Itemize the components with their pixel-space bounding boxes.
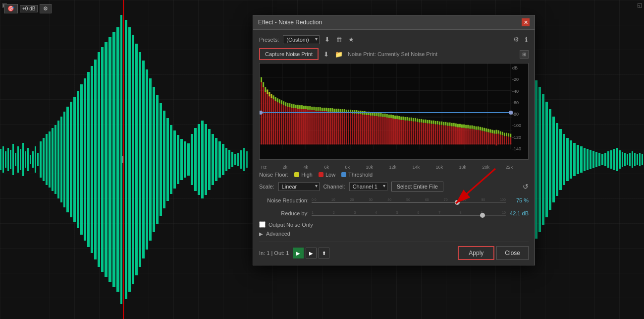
capture-save-button[interactable]: ⬇ — [322, 50, 330, 59]
svg-rect-222 — [425, 123, 426, 145]
svg-rect-293 — [318, 107, 319, 111]
svg-rect-147 — [273, 99, 274, 144]
noise-reduction-thumb[interactable] — [455, 200, 460, 205]
svg-rect-43 — [132, 35, 134, 284]
svg-rect-325 — [382, 114, 383, 117]
channel-label: Channel: — [323, 184, 345, 190]
svg-rect-120 — [637, 154, 638, 165]
svg-rect-225 — [431, 124, 432, 145]
svg-rect-210 — [400, 120, 402, 144]
svg-rect-166 — [311, 110, 313, 144]
svg-rect-252 — [485, 132, 487, 145]
svg-rect-329 — [390, 115, 392, 118]
action-buttons: Apply Close — [458, 246, 529, 260]
svg-rect-276 — [283, 101, 284, 105]
advanced-row[interactable]: ▶ Advanced — [259, 231, 529, 237]
svg-rect-145 — [268, 95, 270, 144]
noise-print-label: Noise Print: Currently Set Noise Print — [348, 51, 437, 57]
svg-rect-357 — [447, 123, 448, 126]
svg-rect-350 — [433, 121, 434, 124]
apply-button[interactable]: Apply — [458, 246, 494, 260]
svg-rect-246 — [474, 129, 475, 145]
svg-rect-36 — [105, 42, 107, 277]
svg-rect-167 — [313, 110, 315, 144]
channel-select[interactable]: Channel 1 Channel 2 — [349, 182, 387, 191]
svg-rect-37 — [108, 37, 111, 282]
settings-button[interactable]: ⚙ — [40, 4, 52, 13]
noise-reduction-dialog: Effect - Noise Reduction ✕ Presets: (Cus… — [253, 15, 535, 265]
text-cursor: I — [121, 154, 124, 165]
svg-rect-373 — [480, 127, 481, 130]
svg-rect-180 — [340, 113, 341, 144]
svg-rect-122 — [642, 154, 643, 165]
reset-button[interactable]: ↺ — [523, 183, 529, 191]
svg-rect-379 — [491, 130, 493, 133]
power-button[interactable]: ▶ — [293, 248, 304, 258]
reduce-by-value: 42.1 dB — [509, 210, 529, 216]
svg-rect-97 — [570, 140, 572, 179]
svg-rect-366 — [465, 125, 467, 128]
svg-rect-268 — [267, 89, 268, 94]
legend-row: Noise Floor: High Low Threshold — [259, 172, 529, 178]
svg-rect-24 — [63, 112, 65, 207]
expand-button[interactable]: ⊞ — [520, 50, 529, 59]
svg-rect-92 — [552, 117, 555, 202]
svg-rect-227 — [435, 125, 436, 145]
svg-rect-327 — [386, 114, 388, 118]
svg-rect-306 — [344, 109, 345, 113]
favorite-preset-button[interactable]: ★ — [347, 35, 355, 44]
noise-floor-label: Noise Floor: — [259, 172, 288, 178]
svg-rect-363 — [459, 124, 461, 128]
svg-rect-342 — [417, 119, 418, 122]
svg-rect-232 — [445, 126, 446, 145]
svg-rect-300 — [331, 108, 333, 112]
svg-rect-160 — [299, 109, 301, 144]
svg-rect-337 — [407, 117, 408, 121]
reduce-by-thumb[interactable] — [480, 213, 485, 218]
svg-rect-162 — [303, 109, 305, 144]
svg-rect-220 — [421, 123, 422, 145]
svg-rect-346 — [425, 120, 426, 123]
presets-select[interactable]: (Custom) — [283, 35, 320, 44]
svg-rect-335 — [402, 117, 404, 120]
svg-rect-339 — [411, 118, 412, 121]
svg-rect-99 — [577, 145, 579, 174]
settings-icon-button[interactable]: ⚙ — [512, 35, 520, 44]
save-preset-button[interactable]: ⬇ — [323, 35, 331, 44]
svg-rect-96 — [566, 138, 569, 181]
svg-rect-274 — [279, 99, 280, 103]
svg-rect-183 — [346, 113, 347, 144]
toolbar-button[interactable]: 🎯 — [4, 4, 18, 13]
export-button[interactable]: ⬆ — [319, 248, 329, 258]
output-noise-only-label[interactable]: Output Noise Only — [268, 222, 313, 228]
svg-rect-35 — [101, 47, 104, 272]
scale-select[interactable]: Linear Logarithmic — [278, 182, 320, 191]
svg-rect-59 — [187, 143, 190, 176]
svg-rect-172 — [323, 111, 325, 144]
dialog-close-button[interactable]: ✕ — [522, 18, 530, 26]
svg-rect-90 — [545, 102, 548, 217]
select-entire-file-button[interactable]: Select Entire File — [391, 182, 443, 191]
delete-preset-button[interactable]: 🗑 — [335, 35, 343, 44]
capture-load-button[interactable]: 📁 — [334, 50, 344, 59]
svg-rect-271 — [273, 95, 274, 99]
noise-reduction-row: Noise Reduction: 0 0 10 20 30 40 50 60 7… — [259, 195, 529, 205]
capture-noise-print-button[interactable]: Capture Noise Print — [259, 48, 319, 60]
svg-rect-343 — [419, 119, 420, 123]
svg-rect-98 — [573, 143, 576, 176]
svg-rect-56 — [177, 135, 179, 184]
svg-rect-88 — [538, 87, 541, 232]
info-button[interactable]: ℹ — [524, 35, 529, 44]
svg-rect-61 — [194, 128, 197, 191]
output-noise-only-checkbox[interactable] — [259, 221, 266, 228]
play-button[interactable]: ▶ — [306, 248, 317, 258]
svg-rect-221 — [423, 123, 424, 145]
svg-rect-175 — [329, 112, 331, 144]
svg-rect-264 — [510, 137, 511, 144]
svg-rect-334 — [400, 117, 402, 120]
svg-rect-100 — [580, 146, 583, 173]
svg-rect-305 — [342, 109, 343, 113]
svg-rect-243 — [467, 128, 469, 145]
svg-rect-229 — [439, 125, 440, 145]
close-button[interactable]: Close — [496, 246, 529, 260]
